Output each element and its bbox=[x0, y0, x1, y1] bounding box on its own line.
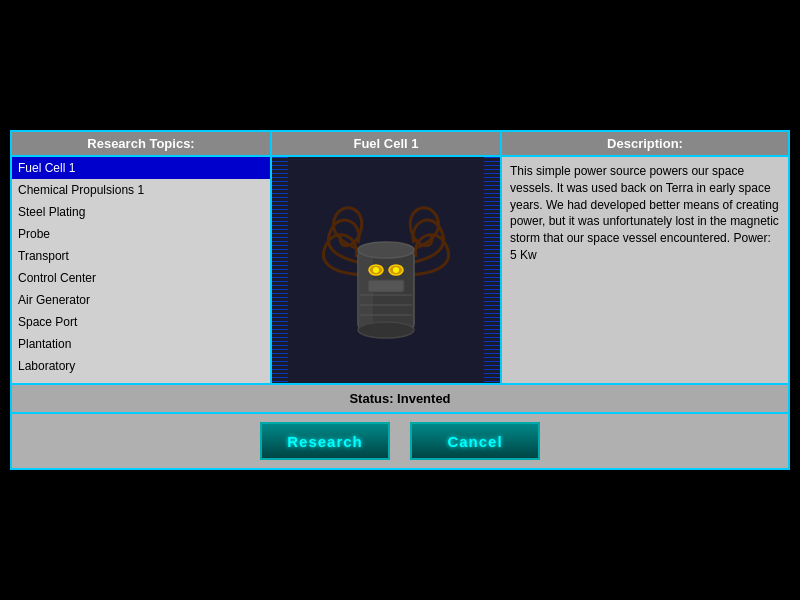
svg-point-6 bbox=[373, 267, 379, 273]
cancel-button[interactable]: Cancel bbox=[410, 422, 540, 460]
list-item[interactable]: Laboratory bbox=[12, 355, 270, 377]
research-dialog: Research Topics: Fuel Cell 1Chemical Pro… bbox=[10, 130, 790, 470]
list-item[interactable]: Plantation bbox=[12, 333, 270, 355]
svg-point-8 bbox=[393, 267, 399, 273]
middle-panel: Fuel Cell 1 bbox=[272, 132, 502, 383]
blue-lines-right bbox=[484, 157, 500, 383]
description-header: Description: bbox=[502, 132, 788, 157]
right-panel: Description: This simple power source po… bbox=[502, 132, 788, 383]
dialog-content: Research Topics: Fuel Cell 1Chemical Pro… bbox=[12, 132, 788, 383]
svg-rect-4 bbox=[368, 280, 404, 292]
item-image-area bbox=[272, 157, 500, 383]
fuel-cell-image bbox=[316, 195, 456, 345]
list-item[interactable]: Space Port bbox=[12, 311, 270, 333]
svg-point-2 bbox=[358, 242, 414, 258]
blue-lines-left bbox=[272, 157, 288, 383]
list-container: Fuel Cell 1Chemical Propulsions 1Steel P… bbox=[12, 157, 270, 383]
list-item[interactable]: Transport bbox=[12, 245, 270, 267]
research-button[interactable]: Research bbox=[260, 422, 390, 460]
research-list[interactable]: Fuel Cell 1Chemical Propulsions 1Steel P… bbox=[12, 157, 270, 383]
button-bar: Research Cancel bbox=[12, 414, 788, 468]
list-item[interactable]: Air Generator bbox=[12, 289, 270, 311]
svg-point-3 bbox=[358, 322, 414, 338]
list-item[interactable]: Steel Plating bbox=[12, 201, 270, 223]
status-bar: Status: Invented bbox=[12, 385, 788, 414]
list-item[interactable]: Chemical Propulsions 1 bbox=[12, 179, 270, 201]
item-name-header: Fuel Cell 1 bbox=[272, 132, 500, 157]
list-item[interactable]: Fuel Cell 1 bbox=[12, 157, 270, 179]
bottom-area: Status: Invented Research Cancel bbox=[12, 383, 788, 468]
description-text: This simple power source powers our spac… bbox=[502, 157, 788, 383]
list-item[interactable]: Habitat bbox=[12, 377, 270, 383]
topics-header: Research Topics: bbox=[12, 132, 270, 157]
list-item[interactable]: Probe bbox=[12, 223, 270, 245]
left-panel: Research Topics: Fuel Cell 1Chemical Pro… bbox=[12, 132, 272, 383]
list-item[interactable]: Control Center bbox=[12, 267, 270, 289]
